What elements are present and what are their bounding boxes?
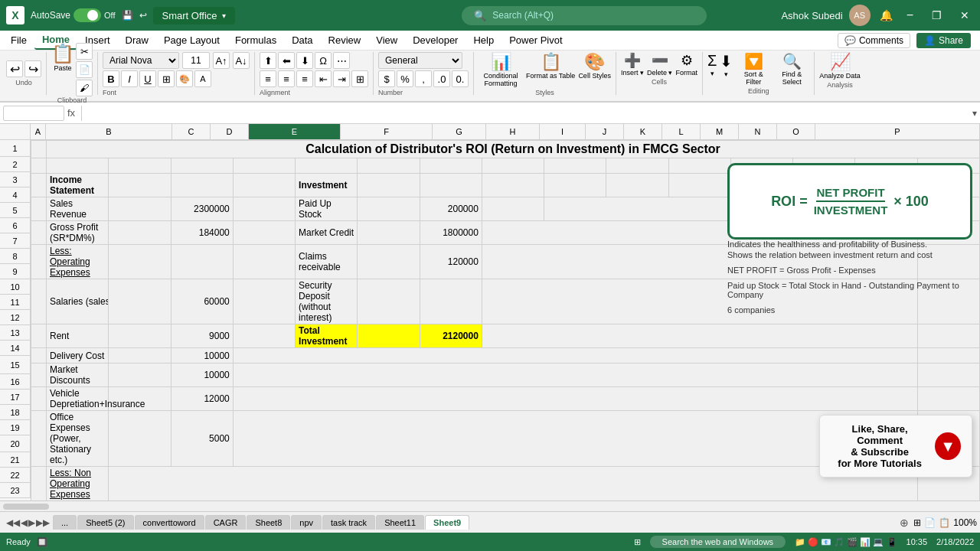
col-header-g[interactable]: G bbox=[433, 124, 486, 139]
comma-button[interactable]: , bbox=[415, 70, 432, 87]
cell-k3[interactable] bbox=[606, 174, 668, 197]
sheet-tab-task-track[interactable]: task track bbox=[322, 515, 375, 530]
cell-b8[interactable]: Rent bbox=[47, 324, 109, 348]
row-header-17[interactable]: 17 bbox=[0, 390, 31, 405]
cell-b9[interactable]: Delivery Cost bbox=[47, 348, 109, 364]
cell-b11[interactable]: Vehicle Depretiation+Insurance bbox=[47, 387, 109, 411]
cell-c7[interactable] bbox=[109, 279, 171, 324]
cell-p8[interactable] bbox=[917, 324, 979, 348]
row-header-5[interactable]: 5 bbox=[0, 203, 31, 218]
col-header-n[interactable]: N bbox=[739, 124, 777, 139]
col-header-a[interactable]: A bbox=[31, 124, 46, 139]
cell-f2[interactable] bbox=[296, 158, 358, 174]
h-scroll-bar[interactable] bbox=[0, 500, 980, 511]
row-header-7[interactable]: 7 bbox=[0, 233, 31, 249]
cell-l2[interactable] bbox=[668, 158, 730, 174]
cell-h7[interactable] bbox=[420, 279, 482, 324]
align-center-button[interactable]: ≡ bbox=[278, 70, 295, 87]
cell-e6[interactable] bbox=[233, 245, 295, 279]
cell-p11[interactable] bbox=[917, 387, 979, 411]
cell-a7[interactable] bbox=[31, 279, 47, 324]
menu-file[interactable]: File bbox=[3, 31, 34, 49]
sheet-tab-converttoword[interactable]: converttoword bbox=[135, 515, 204, 530]
cell-b10[interactable]: Market Discounts bbox=[47, 364, 109, 387]
cell-a10[interactable] bbox=[31, 364, 47, 387]
decrease-font-button[interactable]: A↓ bbox=[233, 52, 250, 69]
cell-d12[interactable]: 5000 bbox=[171, 411, 233, 467]
col-header-h[interactable]: H bbox=[486, 124, 540, 139]
cell-j3[interactable] bbox=[544, 174, 606, 197]
sheet-tab-sheet5[interactable]: Sheet5 (2) bbox=[77, 515, 133, 530]
cell-g3[interactable] bbox=[358, 174, 420, 197]
cell-g2[interactable] bbox=[358, 158, 420, 174]
menu-help[interactable]: Help bbox=[466, 31, 501, 49]
row-header-20[interactable]: 20 bbox=[0, 435, 31, 452]
cell-a8[interactable] bbox=[31, 324, 47, 348]
cell-a1[interactable] bbox=[31, 141, 47, 158]
format-cell-button[interactable]: ⚙ Format bbox=[675, 52, 697, 77]
cell-g7[interactable] bbox=[358, 279, 420, 324]
menu-formulas[interactable]: Formulas bbox=[227, 31, 284, 49]
cell-a2[interactable] bbox=[31, 158, 47, 174]
merge-button[interactable]: ⊞ bbox=[351, 70, 368, 87]
currency-button[interactable]: $ bbox=[378, 70, 395, 87]
align-right-button[interactable]: ≡ bbox=[296, 70, 313, 87]
col-header-i[interactable]: I bbox=[540, 124, 586, 139]
increase-font-button[interactable]: A↑ bbox=[213, 52, 230, 69]
row-header-6[interactable]: 6 bbox=[0, 218, 31, 233]
sheet-tab-sheet9-active[interactable]: Sheet9 bbox=[425, 515, 469, 530]
cell-b6[interactable]: Less: Operating Expenses bbox=[47, 245, 109, 279]
row-header-9[interactable]: 9 bbox=[0, 264, 31, 279]
cell-b13[interactable]: Less: Non Operating Expenses bbox=[47, 467, 109, 501]
cell-b4[interactable]: Sales Revenue bbox=[47, 197, 109, 221]
cell-d11[interactable]: 12000 bbox=[171, 387, 233, 411]
cell-b7[interactable]: Salaries (sales rep, deliveryman, driver… bbox=[47, 279, 109, 324]
format-painter-button[interactable]: 🖌 bbox=[76, 80, 93, 96]
conditional-formatting-button[interactable]: 📊 Conditional Formatting bbox=[479, 52, 523, 87]
cell-c4[interactable] bbox=[109, 197, 171, 221]
sheet-tab-sheet8[interactable]: Sheet8 bbox=[247, 515, 290, 530]
cell-i2[interactable] bbox=[482, 158, 544, 174]
col-header-j[interactable]: J bbox=[586, 124, 624, 139]
cell-d3[interactable] bbox=[171, 174, 233, 197]
formula-input[interactable] bbox=[88, 106, 969, 120]
row-header-21[interactable]: 21 bbox=[0, 452, 31, 468]
cell-b1-title[interactable]: Calculation of Distributor's ROI (Return… bbox=[47, 141, 980, 158]
save-icon[interactable]: 💾 bbox=[122, 10, 133, 21]
row-header-16[interactable]: 16 bbox=[0, 374, 31, 390]
row-header-2[interactable]: 2 bbox=[0, 157, 31, 172]
minimize-button[interactable]: − bbox=[902, 7, 918, 24]
col-header-o[interactable]: O bbox=[777, 124, 815, 139]
cell-h3[interactable] bbox=[420, 174, 482, 197]
delete-cell-button[interactable]: ➖ Delete ▾ bbox=[647, 52, 673, 77]
analyze-data-button[interactable]: 📈 Analyze Data bbox=[819, 52, 861, 80]
col-header-d[interactable]: D bbox=[211, 124, 249, 139]
col-header-b[interactable]: B bbox=[46, 124, 172, 139]
font-color-button[interactable]: A bbox=[194, 70, 211, 87]
cell-e10[interactable] bbox=[233, 364, 917, 387]
cell-h5[interactable]: 1800000 bbox=[420, 221, 482, 245]
cell-e4[interactable] bbox=[233, 197, 295, 221]
cell-a3[interactable] bbox=[31, 174, 47, 197]
cell-c3[interactable] bbox=[109, 174, 171, 197]
sheet-tab-ellipsis[interactable]: ... bbox=[53, 515, 77, 530]
cell-e3[interactable] bbox=[233, 174, 295, 197]
notifications-icon[interactable]: 🔔 bbox=[880, 9, 893, 21]
sheet-tab-sheet11[interactable]: Sheet11 bbox=[376, 515, 424, 530]
cell-d10[interactable]: 10000 bbox=[171, 364, 233, 387]
col-header-l[interactable]: L bbox=[662, 124, 701, 139]
cell-h4[interactable]: 200000 bbox=[420, 197, 482, 221]
fill-button[interactable]: ⬇ ▾ bbox=[720, 52, 733, 86]
cell-a12[interactable] bbox=[31, 411, 47, 467]
close-button[interactable]: ✕ bbox=[956, 8, 974, 23]
cell-c5[interactable] bbox=[109, 221, 171, 245]
cell-p10[interactable] bbox=[917, 364, 979, 387]
normal-view-icon[interactable]: ⊞ bbox=[913, 517, 921, 528]
wrap-text-button[interactable]: ⋯ bbox=[333, 52, 350, 69]
menu-developer[interactable]: Developer bbox=[405, 31, 466, 49]
cell-i8[interactable] bbox=[482, 324, 917, 348]
cell-j2[interactable] bbox=[544, 158, 606, 174]
row-header-4[interactable]: 4 bbox=[0, 187, 31, 203]
col-header-e[interactable]: E bbox=[249, 124, 341, 139]
cell-i3[interactable] bbox=[482, 174, 544, 197]
